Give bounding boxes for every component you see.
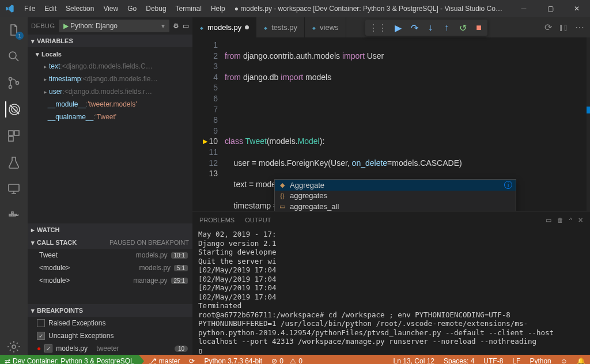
problems-status[interactable]: ⊘0 ⚠0: [267, 357, 307, 364]
cursor-position[interactable]: Ln 13, Col 12: [389, 357, 439, 364]
minimize-button[interactable]: ─: [510, 0, 537, 17]
test-icon[interactable]: [6, 154, 22, 170]
notifications-icon[interactable]: 🔔: [572, 357, 590, 364]
indentation[interactable]: Spaces: 4: [439, 357, 479, 364]
remote-indicator[interactable]: ⇄Dev Container: Python 3 & PostgreSQL: [0, 355, 139, 364]
chevron-down-icon: ▾: [31, 37, 35, 45]
stack-frame[interactable]: <module>models.py5:1: [28, 261, 192, 274]
warning-icon: ⚠: [290, 357, 296, 364]
minimap[interactable]: [587, 37, 590, 211]
title-bar: File Edit Selection View Go Debug Termin…: [0, 0, 590, 17]
python-interpreter[interactable]: Python 3.7.3 64-bit: [199, 357, 267, 364]
menu-go[interactable]: Go: [123, 0, 141, 17]
language-mode[interactable]: Python: [525, 357, 555, 364]
variable-icon: ▭: [278, 202, 286, 210]
svg-rect-13: [12, 212, 13, 214]
variables-scope[interactable]: ▾Locals: [28, 48, 192, 60]
drag-handle-icon[interactable]: ⋮⋮: [369, 22, 387, 33]
variable-row[interactable]: ▸text: <django.db.models.fields.C…: [28, 60, 192, 73]
autocomplete-popup[interactable]: ◆Aggregatei {}aggregates ▭aggregates_all…: [274, 179, 516, 211]
info-icon[interactable]: i: [504, 181, 512, 189]
debug-icon[interactable]: [5, 101, 21, 117]
remote-explorer-icon[interactable]: [6, 181, 22, 197]
settings-gear-icon[interactable]: [6, 339, 22, 355]
kill-terminal-icon[interactable]: 🗑: [557, 217, 563, 224]
watch-header[interactable]: ▸WATCH: [28, 223, 192, 236]
close-button[interactable]: ✕: [563, 0, 590, 17]
menu-help[interactable]: Help: [206, 0, 230, 17]
menu-selection[interactable]: Selection: [61, 0, 99, 17]
variable-row[interactable]: __module__: 'tweeter.models': [28, 98, 192, 111]
autocomplete-item[interactable]: {}aggregates: [275, 191, 516, 202]
breakpoints-header[interactable]: ▾BREAKPOINTS: [28, 304, 192, 317]
encoding[interactable]: UTF-8: [479, 357, 508, 364]
maximize-button[interactable]: ▢: [537, 0, 563, 17]
debug-console-icon[interactable]: ▭: [183, 22, 189, 30]
autocomplete-item[interactable]: ◆Aggregatei: [275, 180, 516, 191]
step-into-icon[interactable]: ↓: [425, 22, 436, 33]
gutter: 123456789 ▶10 111213: [192, 37, 225, 211]
debug-toolbar[interactable]: ⋮⋮ ▶ ↷ ↓ ↑ ↺ ■: [365, 20, 487, 36]
panel-tab-output[interactable]: OUTPUT: [245, 217, 271, 223]
variable-row[interactable]: ▸user: <django.db.models.fields.r…: [28, 85, 192, 98]
menu-debug[interactable]: Debug: [141, 0, 171, 17]
eol[interactable]: LF: [508, 357, 525, 364]
dirty-dot-icon: [245, 25, 249, 29]
step-out-icon[interactable]: ↑: [441, 22, 452, 33]
error-icon: ⊘: [271, 357, 277, 364]
breakpoint-toggle[interactable]: Raised Exceptions: [28, 317, 192, 329]
continue-icon[interactable]: ▶: [393, 22, 403, 33]
chevron-down-icon: ▾: [161, 22, 165, 30]
debug-sidebar: DEBUG ▶ Python: Django ▾ ⚙ ▭ ▾ VARIABLES…: [28, 17, 192, 355]
new-terminal-icon[interactable]: ▭: [546, 217, 551, 224]
variable-row[interactable]: __qualname__: 'Tweet': [28, 111, 192, 123]
svg-rect-10: [9, 214, 11, 216]
step-over-icon[interactable]: ↷: [409, 22, 419, 33]
menu-edit[interactable]: Edit: [40, 0, 61, 17]
restart-icon[interactable]: ↺: [457, 22, 468, 33]
panel-tab-problems[interactable]: PROBLEMS: [199, 217, 235, 223]
feedback-icon[interactable]: ☺: [556, 357, 572, 364]
stack-frame[interactable]: Tweetmodels.py10:1: [28, 249, 192, 261]
debug-config-select[interactable]: ▶ Python: Django ▾: [59, 20, 169, 32]
window-controls: ─ ▢ ✕: [510, 0, 590, 17]
code-editor[interactable]: 123456789 ▶10 111213 from django.contrib…: [192, 37, 590, 211]
close-panel-icon[interactable]: ✕: [578, 217, 583, 224]
variables-header[interactable]: ▾ VARIABLES: [28, 35, 192, 47]
split-icon[interactable]: ⫿⫿: [559, 22, 568, 33]
search-icon[interactable]: [6, 48, 22, 65]
docker-icon[interactable]: [6, 207, 22, 223]
play-icon: ▶: [63, 22, 69, 30]
tab-models[interactable]: ⬥models.py: [192, 17, 256, 37]
tab-tests[interactable]: ⬥tests.py: [256, 17, 305, 37]
extensions-icon[interactable]: [6, 128, 22, 144]
explorer-icon[interactable]: [6, 22, 22, 38]
sync-button[interactable]: ⟳: [184, 357, 199, 364]
menu-view[interactable]: View: [99, 0, 123, 17]
checkbox-checked-icon[interactable]: ✓: [37, 332, 45, 340]
git-branch[interactable]: ⎇master: [144, 357, 185, 364]
stop-icon[interactable]: ■: [474, 22, 484, 33]
more-icon[interactable]: ⋯: [575, 22, 584, 33]
checkbox-checked-icon[interactable]: ✓: [44, 344, 52, 352]
variables-tree: ▾Locals ▸text: <django.db.models.fields.…: [28, 47, 192, 124]
tab-views[interactable]: ⬥views: [305, 17, 346, 37]
source-control-icon[interactable]: [6, 75, 22, 91]
compare-icon[interactable]: ⟳: [544, 22, 552, 33]
terminal-output[interactable]: May 02, 2019 - 17: Django version 2.1 St…: [192, 229, 590, 355]
svg-point-14: [12, 345, 16, 348]
variable-row[interactable]: ▸timestamp: <django.db.models.fie…: [28, 73, 192, 85]
checkbox-icon[interactable]: [37, 319, 45, 327]
gear-icon[interactable]: ⚙: [173, 22, 179, 30]
stack-frame[interactable]: <module>manage.py25:1: [28, 274, 192, 287]
breakpoint-file[interactable]: ●✓models.py tweeter10: [28, 342, 192, 355]
svg-point-2: [9, 86, 12, 89]
menu-file[interactable]: File: [20, 0, 40, 17]
autocomplete-item[interactable]: ▭aggregates_all: [275, 201, 516, 211]
menu-terminal[interactable]: Terminal: [171, 0, 206, 17]
debug-label: DEBUG: [31, 22, 55, 29]
breakpoint-toggle[interactable]: ✓Uncaught Exceptions: [28, 329, 192, 342]
branch-icon: ⎇: [149, 357, 157, 364]
callstack-header[interactable]: ▾CALL STACKPAUSED ON BREAKPOINT: [28, 236, 192, 249]
maximize-panel-icon[interactable]: ^: [569, 217, 572, 224]
